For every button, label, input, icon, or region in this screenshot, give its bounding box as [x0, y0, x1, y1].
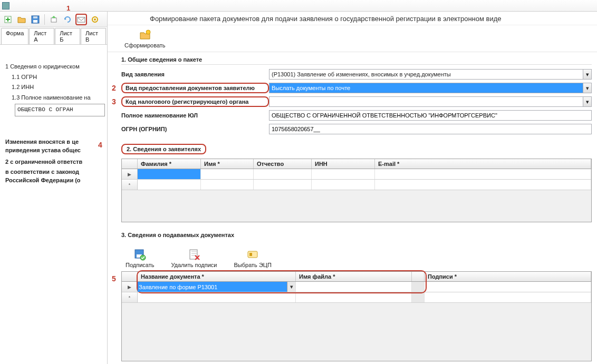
label-ogrn: ОГРН (ОГРНИП)	[121, 126, 269, 132]
col-patronymic[interactable]: Отчество	[254, 159, 312, 169]
tab-listv[interactable]: Лист В	[81, 28, 106, 44]
col-name[interactable]: Имя *	[201, 159, 254, 169]
right-toolbar: Сформировать	[108, 25, 597, 52]
cell-surname[interactable]	[138, 169, 201, 179]
annotation-3: 3	[112, 97, 116, 106]
select-tax-code[interactable]: ▾	[269, 96, 592, 107]
section-2: 4 2. Сведения о заявителях	[108, 140, 597, 159]
doc-grid-body: ▶ Заявление по форме Р13001 ▾ *	[122, 282, 591, 361]
chevron-down-icon[interactable]: ▾	[583, 70, 591, 79]
left-tabs: Форма Лист А Лист Б Лист В	[0, 27, 107, 45]
cell-patronymic[interactable]	[254, 169, 312, 179]
tree-item[interactable]: 1.3 Полное наименование на	[2, 93, 105, 103]
row-indicator: ▶	[122, 169, 138, 179]
tab-lista[interactable]: Лист А	[29, 28, 54, 44]
refresh-icon[interactable]	[62, 14, 73, 25]
svg-point-9	[94, 18, 96, 21]
col-signatures[interactable]: Подписи *	[425, 272, 591, 281]
cell-signatures[interactable]	[425, 282, 591, 292]
grid-header: Фамилия * Имя * Отчество ИНН E-mail *	[122, 159, 591, 169]
cell-email[interactable]	[375, 169, 591, 179]
grid-row-new[interactable]: *	[122, 180, 591, 190]
col-filename[interactable]: Имя файла *	[296, 272, 412, 281]
row-indicator-new: *	[122, 292, 138, 302]
chevron-down-icon[interactable]: ▾	[583, 83, 591, 93]
svg-point-10	[146, 30, 150, 34]
section-3-title: 3. Сведения о подаваемых документах	[121, 232, 592, 240]
left-pane: 1 Форма Лист А Лист Б Лист В 1 Сведения …	[0, 12, 108, 364]
section-1-title: 1. Общие сведения о пакете	[121, 56, 592, 65]
input-ogrn[interactable]	[269, 124, 592, 134]
app-icon	[2, 2, 9, 9]
form-button-label: Сформировать	[124, 42, 166, 48]
cell-docname[interactable]: Заявление по форме Р13001 ▾	[138, 282, 296, 292]
cell-name[interactable]	[201, 169, 254, 179]
annotation-2: 2	[112, 84, 116, 92]
col-indicator	[122, 272, 138, 281]
cell-attach-btn[interactable]	[412, 282, 425, 292]
delete-sign-button[interactable]: Удалить подписи	[168, 247, 220, 269]
label-app-type: Вид заявления	[121, 71, 269, 77]
save-icon[interactable]	[30, 14, 41, 25]
tree-note: Изменения вносятся в це приведения устав…	[2, 134, 105, 157]
tree: 1 Сведения о юридическом 1.1 ОГРН 1.2 ИН…	[0, 45, 107, 191]
col-attach	[412, 272, 425, 281]
sep	[44, 14, 45, 25]
chevron-down-icon[interactable]: ▾	[287, 282, 295, 292]
select-app-type[interactable]: (Р13001) Заявление об изменениях, вносим…	[269, 69, 592, 80]
section-1: 1. Общие сведения о пакете Вид заявления…	[108, 52, 597, 140]
annotation-1: 1	[66, 4, 70, 12]
row-indicator-new: *	[122, 180, 138, 190]
applicants-grid[interactable]: Фамилия * Имя * Отчество ИНН E-mail * ▶ …	[121, 159, 592, 222]
page-title: Формирование пакета документов для подач…	[108, 12, 597, 25]
tree-note: в соответствии с законод Российской Феде…	[2, 168, 105, 187]
tree-item[interactable]: 1.1 ОГРН	[2, 72, 105, 83]
svg-rect-5	[33, 16, 37, 18]
tree-item[interactable]: 1.2 ИНН	[2, 82, 105, 93]
tree-name-box: ОБЩЕСТВО С ОГРАН	[15, 104, 105, 116]
label-delivery: Вид предоставления документов заявителю	[121, 83, 269, 93]
tree-item[interactable]: 1 Сведения о юридическом	[2, 62, 105, 72]
svg-rect-6	[51, 18, 56, 22]
annotation-4: 4	[98, 141, 102, 149]
row-indicator: ▶	[122, 282, 138, 292]
svg-rect-4	[33, 20, 37, 23]
svg-rect-16	[249, 253, 252, 256]
tree-item[interactable]: 2 с ограниченной ответств	[2, 157, 105, 168]
new-icon[interactable]	[2, 14, 14, 25]
svg-rect-15	[248, 251, 257, 258]
tab-listb[interactable]: Лист Б	[55, 28, 80, 44]
select-delivery[interactable]: Выслать документы по почте ▾	[269, 83, 592, 93]
cell-filename[interactable]	[296, 282, 412, 292]
col-email[interactable]: E-mail *	[375, 159, 591, 169]
export-icon[interactable]	[48, 14, 60, 25]
mail-icon[interactable]	[75, 14, 87, 25]
form-button[interactable]: Сформировать	[121, 27, 169, 50]
col-docname[interactable]: Название документа *	[138, 272, 296, 281]
doc-toolbar: Подписать Удалить подписи Выбрать ЭЦП	[108, 245, 597, 271]
right-pane: Формирование пакета документов для подач…	[108, 12, 597, 364]
grid-body: ▶ *	[122, 169, 591, 222]
chevron-down-icon[interactable]: ▾	[583, 97, 591, 106]
doc-grid-header: Название документа * Имя файла * Подписи…	[122, 272, 591, 282]
doc-row[interactable]: ▶ Заявление по форме Р13001 ▾	[122, 282, 591, 292]
doc-row-new[interactable]: *	[122, 292, 591, 303]
label-fullname: Полное наименование ЮЛ	[121, 112, 269, 119]
col-indicator	[122, 159, 138, 169]
grid-row[interactable]: ▶	[122, 169, 591, 180]
sign-button[interactable]: Подписать	[122, 247, 157, 269]
col-inn[interactable]: ИНН	[312, 159, 375, 169]
tab-forma[interactable]: Форма	[1, 28, 28, 44]
gear-icon[interactable]	[89, 14, 101, 25]
open-icon[interactable]	[16, 14, 27, 25]
section-2-title: 2. Сведения о заявителях	[121, 144, 206, 154]
input-fullname[interactable]	[269, 110, 592, 121]
left-toolbar: 1	[0, 12, 107, 27]
select-ecp-button[interactable]: Выбрать ЭЦП	[231, 247, 275, 269]
cell-inn[interactable]	[312, 169, 375, 179]
titlebar	[0, 0, 597, 12]
label-tax-code: Код налогового (регистрирующего) органа	[121, 96, 269, 107]
col-surname[interactable]: Фамилия *	[138, 159, 201, 169]
documents-grid[interactable]: Название документа * Имя файла * Подписи…	[121, 271, 592, 361]
section-3: 3. Сведения о подаваемых документах	[108, 228, 597, 245]
